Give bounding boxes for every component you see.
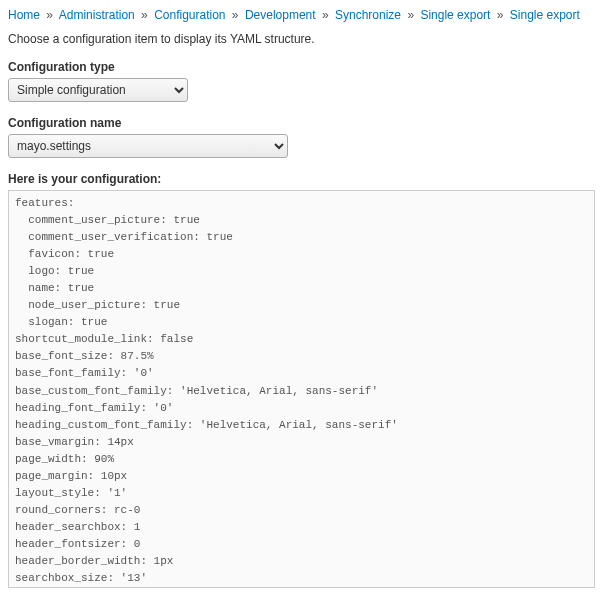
- config-type-field: Configuration type Simple configuration: [8, 60, 595, 102]
- breadcrumb-separator: »: [407, 8, 414, 22]
- config-name-label: Configuration name: [8, 116, 595, 130]
- config-name-select[interactable]: mayo.settings: [8, 134, 288, 158]
- breadcrumb-separator: »: [322, 8, 329, 22]
- config-name-field: Configuration name mayo.settings: [8, 116, 595, 158]
- breadcrumb-separator: »: [141, 8, 148, 22]
- config-type-select[interactable]: Simple configuration: [8, 78, 188, 102]
- config-type-label: Configuration type: [8, 60, 595, 74]
- breadcrumb-link-development[interactable]: Development: [245, 8, 316, 22]
- intro-text: Choose a configuration item to display i…: [8, 32, 595, 46]
- yaml-output-textarea[interactable]: features: comment_user_picture: true com…: [8, 190, 595, 588]
- breadcrumb-separator: »: [497, 8, 504, 22]
- breadcrumb-link-single-export-1[interactable]: Single export: [420, 8, 490, 22]
- yaml-output-field: Here is your configuration: features: co…: [8, 172, 595, 591]
- breadcrumb-link-configuration[interactable]: Configuration: [154, 8, 225, 22]
- breadcrumb-link-home[interactable]: Home: [8, 8, 40, 22]
- breadcrumb-link-synchronize[interactable]: Synchronize: [335, 8, 401, 22]
- breadcrumb-link-single-export-2[interactable]: Single export: [510, 8, 580, 22]
- breadcrumb-link-administration[interactable]: Administration: [59, 8, 135, 22]
- breadcrumb: Home » Administration » Configuration » …: [8, 8, 595, 22]
- yaml-output-label: Here is your configuration:: [8, 172, 595, 186]
- breadcrumb-separator: »: [46, 8, 53, 22]
- breadcrumb-separator: »: [232, 8, 239, 22]
